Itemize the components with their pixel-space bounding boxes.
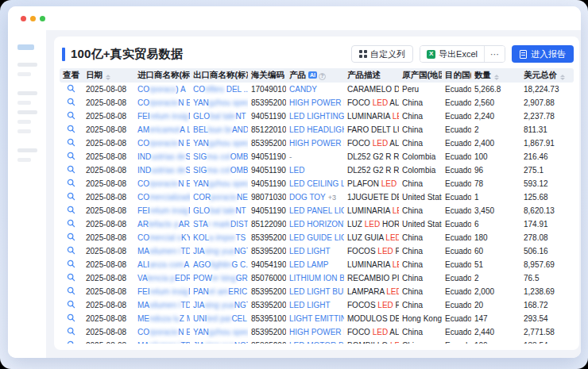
product-link[interactable]: LED GUIDE LIGHT T <box>289 233 344 242</box>
cell-importer[interactable]: INDustrias deSIS... <box>134 150 190 163</box>
close-window-icon[interactable] <box>21 16 26 21</box>
product-link[interactable]: LED LIGHT <box>289 301 331 309</box>
cell-importer[interactable]: COmercializadoNES... <box>134 190 190 204</box>
cell-importer[interactable]: FEIrelum insigNIA ... <box>134 285 190 298</box>
cell-importer[interactable]: MAxilumen lTDA <box>134 244 190 258</box>
sidebar-item-placeholder[interactable] <box>17 63 37 67</box>
cell-importer[interactable]: COrporacioN E... <box>134 325 190 339</box>
product-link[interactable]: LED <box>289 166 304 175</box>
view-search-icon[interactable] <box>67 165 75 174</box>
export-excel-button[interactable]: X 导出Excel <box>420 46 484 62</box>
product-link[interactable]: HIGH POWER LED F <box>289 139 344 148</box>
cell-importer[interactable]: FEIrelum insigNIA ... <box>134 204 190 217</box>
sidebar-item-placeholder[interactable] <box>17 120 31 124</box>
col-quantity[interactable]: 数量 <box>471 68 520 83</box>
cell-exporter[interactable]: YANgzhou specAL LI... <box>190 177 248 190</box>
product-link[interactable]: DOG TOY <box>289 193 326 202</box>
cell-exporter[interactable]: SIGma colOMB... <box>190 150 248 163</box>
product-link[interactable]: LED HEADLIGHT <box>289 125 344 134</box>
view-search-icon[interactable] <box>67 138 75 147</box>
more-options-button[interactable]: ⋯ <box>484 46 505 62</box>
cell-importer[interactable]: COrporacioN E... <box>134 96 190 110</box>
view-search-icon[interactable] <box>67 125 75 133</box>
view-search-icon[interactable] <box>67 192 75 201</box>
cell-importer[interactable]: COmercial sKYWI... <box>134 231 190 244</box>
sidebar-item-placeholder[interactable] <box>17 110 37 114</box>
col-usd-total[interactable]: 美元总价 <box>520 68 574 83</box>
col-date[interactable]: 日期 <box>83 68 134 83</box>
customize-columns-button[interactable]: 自定义列 <box>351 45 413 63</box>
sidebar-item-placeholder[interactable] <box>17 129 31 133</box>
cell-exporter[interactable]: GLObal taleNT ... <box>190 204 248 217</box>
cell-exporter[interactable]: STAr markDIST... <box>190 217 248 231</box>
cell-exporter[interactable]: YANgzhou specAL LI... <box>190 96 248 110</box>
product-link[interactable]: HIGH POWER LED F <box>289 98 344 107</box>
cell-exporter[interactable]: COnfites DEL ... <box>190 83 248 96</box>
cell-exporter[interactable]: CORporacioNES... <box>190 190 248 204</box>
cell-exporter[interactable]: PANel amERIC... <box>190 285 248 298</box>
product-link[interactable]: LED LAMP <box>289 260 328 269</box>
product-link[interactable]: LIGHT EMITTIN <box>289 314 344 323</box>
view-search-icon[interactable] <box>67 98 75 106</box>
cell-importer[interactable]: COrporacioN E... <box>134 177 190 190</box>
cell-importer[interactable]: FEIrelum insigNIA ... <box>134 110 190 123</box>
view-search-icon[interactable] <box>67 152 75 160</box>
cell-importer[interactable]: ALIanza comA <box>134 258 190 271</box>
sort-icon[interactable] <box>106 75 110 80</box>
view-search-icon[interactable] <box>67 233 75 241</box>
cell-exporter[interactable]: GLObal taleNT ... <box>190 110 248 123</box>
cell-exporter[interactable]: UNIted parCEL ... <box>190 312 248 325</box>
view-search-icon[interactable] <box>67 111 75 120</box>
cell-importer[interactable]: MEndoza luZ M... <box>134 312 190 325</box>
sidebar-item-placeholder[interactable] <box>17 158 31 162</box>
sidebar-item-placeholder[interactable] <box>17 148 37 152</box>
cell-exporter[interactable]: JIAxing yuaNGT... <box>190 339 248 344</box>
view-search-icon[interactable] <box>67 327 75 336</box>
cell-importer[interactable]: VAlencia pEDR... <box>134 271 190 285</box>
sort-icon[interactable] <box>560 75 565 80</box>
cell-importer[interactable]: AMericamotA LTDA <box>134 123 190 136</box>
product-link[interactable]: LED LIGHT <box>289 247 331 256</box>
cell-importer[interactable]: ARtefacts pARA... <box>134 217 190 231</box>
cell-exporter[interactable]: BELlsun brAND... <box>190 123 248 136</box>
view-search-icon[interactable] <box>67 179 75 187</box>
cell-exporter[interactable]: KOLa imporTS <box>190 231 248 244</box>
cell-exporter[interactable]: SIGma colOMB... <box>190 163 248 177</box>
col-exporter[interactable]: 出口商名称(标准) <box>190 68 248 83</box>
product-link[interactable]: CANDY <box>289 85 317 94</box>
cell-importer[interactable]: MAxilumen lTDA <box>134 339 190 344</box>
cell-exporter[interactable]: JIAxing yuaNGT... <box>190 244 248 258</box>
product-more-count[interactable]: +3 <box>328 194 336 202</box>
product-link[interactable]: LED LIGHT BULB <box>289 287 344 296</box>
info-icon[interactable]: ? <box>319 73 326 80</box>
cell-exporter[interactable]: YANgzhou specAL LI... <box>190 325 248 339</box>
view-search-icon[interactable] <box>67 219 75 228</box>
enter-report-button[interactable]: 进入报告 <box>512 45 574 63</box>
view-search-icon[interactable] <box>67 84 75 93</box>
view-search-icon[interactable] <box>67 286 75 295</box>
sidebar-item-placeholder[interactable] <box>17 72 31 76</box>
sidebar-item-placeholder[interactable] <box>17 91 37 95</box>
cell-exporter[interactable]: YANgzhou specAL LI... <box>190 136 248 150</box>
cell-importer[interactable]: COrporacs) A <box>134 83 190 96</box>
col-importer[interactable]: 进口商名称(标准) <box>134 68 190 83</box>
cell-exporter[interactable]: AGOlightinG C... <box>190 258 248 271</box>
product-link[interactable]: LITHIUM ION BATTE <box>289 274 344 283</box>
minimize-window-icon[interactable] <box>30 16 36 21</box>
sort-icon[interactable] <box>494 75 499 80</box>
product-link[interactable]: LED CEILING LIGHT <box>289 179 344 188</box>
product-link[interactable]: HIGH POWER LED F <box>289 328 344 336</box>
cell-importer[interactable]: INDustrias deSIS... <box>134 163 190 177</box>
view-search-icon[interactable] <box>67 259 75 268</box>
cell-importer[interactable]: COrporacioN E... <box>134 136 190 150</box>
product-link[interactable]: LED LIGHTING <box>289 112 344 121</box>
product-link[interactable]: LED HORIZONTAL L <box>289 220 344 229</box>
view-search-icon[interactable] <box>67 246 75 255</box>
cell-exporter[interactable]: JIAxing yuaNGT... <box>190 298 248 312</box>
zoom-window-icon[interactable] <box>40 16 45 21</box>
sidebar-item-placeholder[interactable] <box>17 101 31 105</box>
view-search-icon[interactable] <box>67 340 75 344</box>
cell-exporter[interactable]: POWer kingGR... <box>190 271 248 285</box>
product-link[interactable]: LED PANEL LIG <box>289 206 344 215</box>
view-search-icon[interactable] <box>67 313 75 322</box>
